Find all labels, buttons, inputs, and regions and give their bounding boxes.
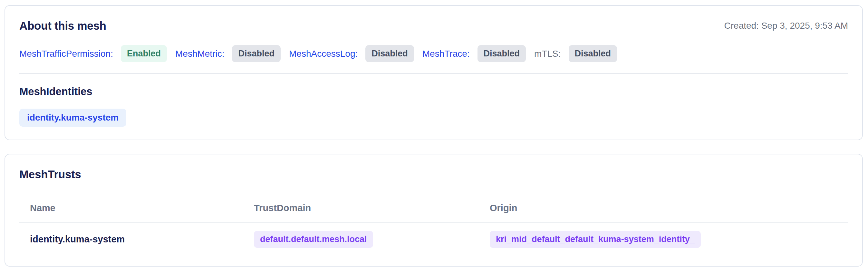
mesh-trusts-title: MeshTrusts xyxy=(19,168,848,181)
about-mesh-card: About this mesh Created: Sep 3, 2025, 9:… xyxy=(4,5,863,140)
mtls-label: mTLS: xyxy=(534,49,561,58)
meshaccesslog-status-badge: Disabled xyxy=(365,45,414,62)
about-card-divider xyxy=(19,73,848,74)
meshmetric-status-badge: Disabled xyxy=(232,45,281,62)
trust-name: identity.kuma-system xyxy=(30,234,125,244)
policy-group-meshtrafficpermission: MeshTrafficPermission: Enabled xyxy=(19,45,167,62)
mesh-detail-page: About this mesh Created: Sep 3, 2025, 9:… xyxy=(0,0,868,274)
mesh-trusts-table: Name TrustDomain Origin identity.kuma-sy… xyxy=(19,194,848,255)
meshtrafficpermission-link[interactable]: MeshTrafficPermission: xyxy=(19,49,113,58)
trust-origin-chip: kri_mid_default_default_kuma-system_iden… xyxy=(490,231,701,248)
policy-group-mtls: mTLS: Disabled xyxy=(534,45,617,62)
meshmetric-link[interactable]: MeshMetric: xyxy=(175,49,224,58)
mesh-identity-chip[interactable]: identity.kuma-system xyxy=(19,109,126,127)
table-row: identity.kuma-system default.default.mes… xyxy=(19,223,848,255)
policy-group-meshaccesslog: MeshAccessLog: Disabled xyxy=(289,45,414,62)
policy-group-meshtrace: MeshTrace: Disabled xyxy=(423,45,526,62)
meshtrace-link[interactable]: MeshTrace: xyxy=(423,49,470,58)
trust-domain-chip: default.default.mesh.local xyxy=(254,231,373,248)
mesh-trusts-header-row: Name TrustDomain Origin xyxy=(19,194,848,223)
mesh-identities-heading: MeshIdentities xyxy=(19,85,848,98)
created-timestamp: Created: Sep 3, 2025, 9:53 AM xyxy=(724,19,848,32)
meshtrafficpermission-status-badge: Enabled xyxy=(121,45,167,62)
meshtrace-status-badge: Disabled xyxy=(477,45,526,62)
mesh-policy-status-row: MeshTrafficPermission: Enabled MeshMetri… xyxy=(19,45,848,62)
about-card-header: About this mesh Created: Sep 3, 2025, 9:… xyxy=(19,19,848,32)
meshaccesslog-link[interactable]: MeshAccessLog: xyxy=(289,49,358,58)
column-header-trustdomain: TrustDomain xyxy=(243,194,479,223)
about-card-title: About this mesh xyxy=(19,19,106,32)
mtls-status-badge: Disabled xyxy=(569,45,617,62)
column-header-name: Name xyxy=(19,194,243,223)
column-header-origin: Origin xyxy=(479,194,848,223)
mesh-trusts-card: MeshTrusts Name TrustDomain Origin ident… xyxy=(4,154,863,267)
policy-group-meshmetric: MeshMetric: Disabled xyxy=(175,45,281,62)
